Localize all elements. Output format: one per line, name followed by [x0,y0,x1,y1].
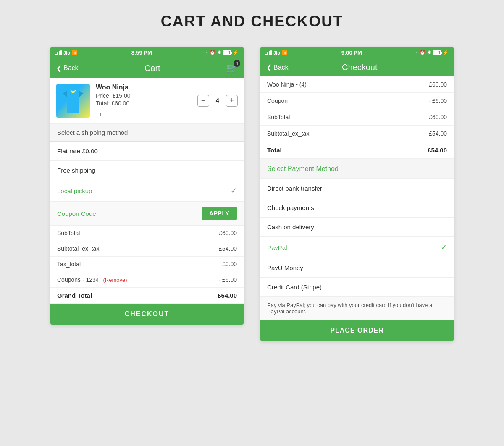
wifi-icon: 📶 [72,50,78,55]
payment-option-check[interactable]: Check payments [260,198,454,218]
product-info: Woo Ninja Price: £15.00 Total: £60.00 🗑 [96,84,192,118]
shipping-free-label: Free shipping [57,167,95,174]
back-chevron-icon: ❮ [56,64,62,72]
grand-total-value: £54.00 [218,292,237,299]
payment-option-direct-bank[interactable]: Direct bank transfer [260,179,454,198]
total-row-grand: Grand Total £54.00 [50,288,244,304]
shipping-option-free[interactable]: Free shipping [50,161,244,180]
payment-direct-bank-label: Direct bank transfer [267,185,322,192]
checkout-carrier-label: Jio [273,50,280,55]
grand-total-label: Grand Total [57,292,92,299]
cart-icon-button[interactable]: 🛒 4 [226,63,238,73]
summary-row-subtotal-ex: Subtotal_ex_tax £54.00 [260,126,454,142]
checkout-battery-icon [433,50,441,55]
shipping-selected-checkmark-icon: ✓ [231,186,237,195]
carrier-label: Jio [63,50,70,55]
checkout-bluetooth-icon: ✱ [427,50,431,55]
summary-subtotal-value: £60.00 [429,114,447,121]
delete-icon[interactable]: 🗑 [96,110,192,118]
summary-product-label: Woo Ninja - (4) [267,81,307,88]
cart-header-title: Cart [144,63,160,73]
location-icon: ↑ [205,50,208,55]
checkout-alarm-icon: ⏰ [420,50,425,55]
subtotal-label: SubTotal [57,230,80,236]
cart-back-label: Back [63,64,79,72]
paypal-note: Pay via PayPal; you can pay with your cr… [260,297,454,320]
coupons-label: Coupons - 1234 (Remove) [57,276,127,283]
total-row-subtotal-ex: Subtotal_ex_tax £54.00 [50,241,244,257]
alarm-icon: ⏰ [210,50,215,55]
payment-option-paypal[interactable]: PayPal ✓ [260,237,454,258]
tax-value: £0.00 [222,261,237,268]
coupon-apply-button[interactable]: APPLY [202,207,237,220]
product-name: Woo Ninja [96,84,192,91]
product-image [56,84,90,118]
shipping-option-flat[interactable]: Flat rate £0.00 [50,142,244,161]
checkout-button[interactable]: CHECKOUT [50,304,244,325]
cart-status-bar: Jio 📶 8:59 PM ↑ ⏰ ✱ ⚡ [50,47,244,58]
page-title: CART AND CHECKOUT [161,13,344,30]
coupon-remove-link[interactable]: (Remove) [103,277,127,283]
summary-subtotal-ex-label: Subtotal_ex_tax [267,130,309,137]
subtotal-ex-label: Subtotal_ex_tax [57,245,99,252]
shipping-local-label: Local pickup [57,187,92,194]
checkout-time: 9:00 PM [341,50,362,56]
cart-status-right: ↑ ⏰ ✱ ⚡ [205,50,239,55]
quantity-controls: − 4 + [197,95,238,107]
payment-section-header: Select Payment Method [260,159,454,179]
checkout-back-label: Back [273,64,289,71]
payment-cod-label: Cash on delivery [267,223,314,231]
subtotal-ex-value: £54.00 [219,245,237,252]
total-row-coupons: Coupons - 1234 (Remove) - £6.00 [50,272,244,288]
checkout-header-title: Checkout [342,63,378,72]
checkout-status-left: Jio 📶 [265,50,288,55]
summary-row-subtotal: SubTotal £60.00 [260,109,454,126]
cart-back-button[interactable]: ❮ Back [56,64,79,72]
payment-check-label: Check payments [267,204,314,211]
checkout-phone: Jio 📶 9:00 PM ↑ ⏰ ✱ ⚡ ❮ Back Checkout [260,47,454,341]
coupons-value: - £6.00 [218,276,237,283]
place-order-button[interactable]: PLACE ORDER [260,320,454,341]
cart-app-header: ❮ Back Cart 🛒 4 [50,58,244,78]
payment-option-stripe[interactable]: Credit Card (Stripe) [260,278,454,297]
cart-phone: Jio 📶 8:59 PM ↑ ⏰ ✱ ⚡ ❮ Back Cart 🛒 4 [50,47,244,325]
product-total: Total: £60.00 [96,100,192,107]
battery-icon [223,50,231,55]
payment-selected-checkmark-icon: ✓ [441,243,447,252]
tax-label: Tax_total [57,261,81,268]
summary-coupon-value: - £6.00 [428,97,447,104]
shipping-option-local[interactable]: Local pickup ✓ [50,180,244,202]
shipping-flat-label: Flat rate £0.00 [57,147,98,155]
checkout-location-icon: ↑ [415,50,418,55]
checkout-back-button[interactable]: ❮ Back [266,63,289,71]
payment-paypal-label: PayPal [267,244,287,251]
summary-total-label: Total [267,147,282,154]
summary-row-coupon: Coupon - £6.00 [260,93,454,109]
coupon-row: Coupon Code APPLY [50,202,244,226]
checkout-status-right: ↑ ⏰ ✱ ⚡ [415,50,449,55]
summary-coupon-label: Coupon [267,97,288,104]
signal-icon [55,50,62,55]
summary-total-value: £54.00 [428,147,447,154]
checkout-wifi-icon: 📶 [282,50,288,55]
total-row-tax: Tax_total £0.00 [50,257,244,272]
bluetooth-icon: ✱ [217,50,221,55]
shipping-section-header: Select a shipping method [50,124,244,142]
payment-payu-label: PayU Money [267,264,303,271]
product-row: Woo Ninja Price: £15.00 Total: £60.00 🗑 … [50,78,244,124]
product-price: Price: £15.00 [96,92,192,99]
checkout-back-chevron-icon: ❮ [266,63,272,71]
quantity-value: 4 [213,97,222,105]
checkout-app-header: ❮ Back Checkout [260,58,454,76]
checkout-charging-icon: ⚡ [443,50,449,55]
payment-option-payu[interactable]: PayU Money [260,258,454,278]
cart-time: 8:59 PM [131,50,152,56]
summary-row-product: Woo Ninja - (4) £60.00 [260,76,454,93]
quantity-decrease-button[interactable]: − [197,95,209,107]
checkout-signal-icon [265,50,272,55]
order-summary: Woo Ninja - (4) £60.00 Coupon - £6.00 Su… [260,76,454,159]
summary-product-value: £60.00 [429,81,447,88]
charging-icon: ⚡ [233,50,239,55]
quantity-increase-button[interactable]: + [226,95,238,107]
payment-option-cod[interactable]: Cash on delivery [260,218,454,237]
